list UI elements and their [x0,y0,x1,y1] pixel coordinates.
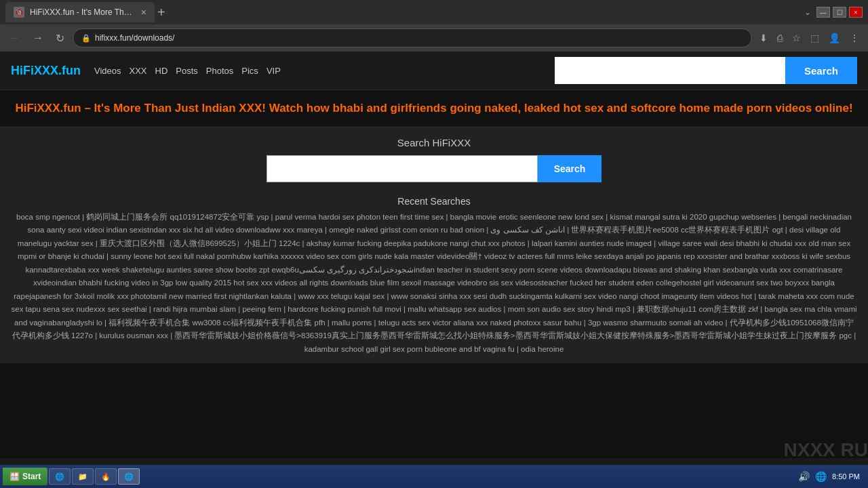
tab-title: HiFiXXX.fun - It's More Than Just In... [30,7,136,17]
maximize-btn[interactable]: ☐ [833,7,846,18]
window-controls: — ☐ × [816,7,863,18]
site-logo[interactable]: HiFiXXX.fun [11,64,81,78]
nav-photos[interactable]: Photos [206,66,233,76]
hero-section: HiFiXXX.fun – It's More Than Just Indian… [0,90,868,127]
search-section-title: Search HiFiXXX [9,137,859,148]
website-content: HiFiXXX.fun Videos XXX HD Posts Photos P… [0,52,868,458]
recent-searches-title: Recent Searches [11,196,857,207]
nav-posts[interactable]: Posts [176,66,198,76]
nav-toolbar-icons: ⬇ ⎙ ☆ ⬚ 👤 ⋮ [756,31,863,45]
tab-favicon: 🔞 [14,7,24,18]
main-search-button[interactable]: Search [538,155,602,182]
nav-vip[interactable]: VIP [267,66,281,76]
hero-title: HiFiXXX.fun – It's More Than Just Indian… [14,100,854,117]
recent-searches-content: boca smp ngencot | 鹤岗同城上门服务会所 qq10191248… [11,211,857,357]
recent-searches-section: Recent Searches boca smp ngencot | 鹤岗同城上… [0,192,868,363]
search-box-row: Search [9,155,859,182]
nav-pics[interactable]: Pics [241,66,258,76]
header-search-bar: Search [555,57,857,84]
profile-icon[interactable]: 👤 [825,31,844,45]
active-tab[interactable]: 🔞 HiFiXXX.fun - It's More Than Just In..… [5,2,155,22]
tab-overflow-btn[interactable]: ⌄ [804,7,811,17]
browser-nav-bar: ← → ↻ 🔒 hifixxx.fun/downloads/ ⬇ ⎙ ☆ ⬚ 👤… [0,24,868,52]
header-search-input[interactable] [555,57,785,84]
close-btn[interactable]: × [849,7,863,18]
new-tab-btn[interactable]: + [157,5,165,20]
nav-xxx[interactable]: XXX [130,66,147,76]
split-screen-icon[interactable]: ⬚ [807,31,823,45]
back-btn[interactable]: ← [5,30,24,45]
share-icon[interactable]: ⎙ [774,31,786,45]
tab-close-btn[interactable]: × [141,7,146,18]
download-icon[interactable]: ⬇ [756,31,771,45]
minimize-btn[interactable]: — [816,7,830,18]
main-search-input[interactable] [267,155,538,182]
reload-btn[interactable]: ↻ [52,30,68,46]
menu-icon[interactable]: ⋮ [846,31,863,45]
nav-videos[interactable]: Videos [94,66,121,76]
header-search-button[interactable]: Search [785,57,857,84]
nav-hd[interactable]: HD [155,66,168,76]
lock-icon: 🔒 [81,34,91,43]
address-url: hifixxx.fun/downloads/ [95,33,743,43]
address-bar[interactable]: 🔒 hifixxx.fun/downloads/ [73,28,752,47]
main-search-section: Search HiFiXXX Search [0,127,868,192]
site-nav: Videos XXX HD Posts Photos Pics VIP [94,66,281,76]
site-header: HiFiXXX.fun Videos XXX HD Posts Photos P… [0,52,868,90]
forward-btn[interactable]: → [28,30,47,45]
bookmark-icon[interactable]: ☆ [789,31,804,45]
